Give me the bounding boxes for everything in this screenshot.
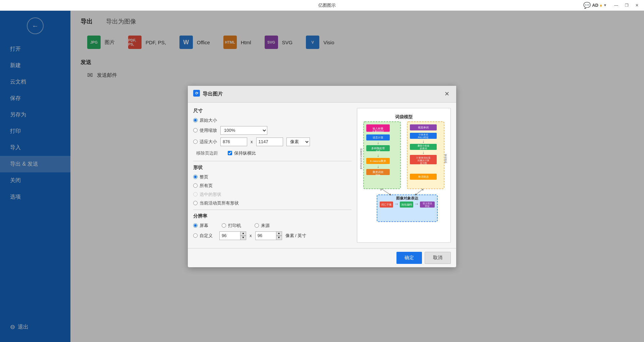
svg-text:特征: 特征 [376, 174, 380, 176]
size-fit-radio[interactable] [193, 139, 198, 144]
size-zoom-option[interactable]: 使用缩放 [193, 127, 217, 133]
preview-panel: 词袋模型 输入标量 向量化特征 语言计算 ↓ 多种预处理 方式 [357, 108, 451, 243]
chat-icon: 💬 [583, 2, 591, 9]
svg-text:单词筛选: 单词筛选 [418, 175, 429, 178]
modal-title-icon: ⟳ [193, 90, 200, 98]
svg-text:↓: ↓ [422, 139, 424, 144]
svg-text:→: → [414, 201, 419, 207]
svg-text:↓: ↓ [377, 153, 379, 158]
modal-title-area: ⟳ 导出图片 [193, 90, 223, 98]
custom-unit-label: 像素 / 英寸 [285, 233, 307, 239]
margin-ratio-row: 移除页边距 保持纵横比 [193, 149, 352, 158]
fit-unit-select[interactable]: 像素 [286, 137, 310, 146]
window-controls: — ❐ ✕ [612, 2, 641, 8]
svg-text:方式: 方式 [376, 150, 380, 152]
svg-text:↓: ↓ [377, 164, 379, 169]
size-zoom-radio[interactable] [193, 128, 198, 132]
shape-activepage-row: 当前活动页所有形状 [193, 200, 352, 206]
shape-fullpage-option[interactable]: 整页 [193, 174, 208, 180]
resolution-screen-radio[interactable] [193, 223, 198, 228]
size-fit-option[interactable]: 适应大小 [193, 139, 217, 145]
resolution-custom-radio[interactable] [193, 233, 198, 238]
svg-text:ReLU特征: ReLU特征 [418, 136, 429, 138]
svg-text:↘: ↘ [421, 187, 424, 191]
zoom-select[interactable]: 100% [220, 126, 267, 135]
shape-allpages-option[interactable]: 所有页 [193, 183, 213, 189]
y-decrement-button[interactable]: ▼ [276, 236, 282, 240]
svg-text:池化编码: 池化编码 [401, 203, 412, 206]
svg-text:词汇子集: 词汇子集 [381, 203, 392, 206]
svg-text:计算单词: 计算单词 [419, 133, 428, 136]
svg-text:视觉单词: 视觉单词 [418, 126, 429, 129]
svg-text:图像对象表达: 图像对象表达 [396, 196, 419, 200]
restore-button[interactable]: ❐ [623, 2, 631, 8]
shape-fullpage-radio[interactable] [193, 175, 198, 179]
modal-footer: 确定 取消 [188, 248, 456, 267]
svg-text:特征: 特征 [425, 205, 430, 207]
y-spinner-btns: ▲ ▼ [276, 231, 282, 240]
svg-text:↓: ↓ [422, 150, 424, 155]
size-fit-row: 适应大小 x 像素 [193, 137, 352, 146]
svg-text:计算单词出现: 计算单词出现 [416, 157, 430, 159]
x-increment-button[interactable]: ▲ [240, 231, 246, 236]
minimize-button[interactable]: — [612, 2, 620, 8]
resolution-printer-radio[interactable] [222, 223, 226, 228]
fit-height-input[interactable] [256, 137, 283, 146]
modal-close-button[interactable]: ✕ [443, 90, 451, 98]
svg-text:语义语法: 语义语法 [423, 202, 432, 205]
svg-text:直方图: 直方图 [420, 162, 427, 164]
keep-ratio-input[interactable] [228, 151, 232, 155]
export-image-modal: ⟳ 导出图片 ✕ 尺寸 原始大小 [188, 86, 456, 267]
cancel-button[interactable]: 取消 [425, 252, 451, 264]
svg-text:多特征语言词袋模型: 多特征语言词袋模型 [360, 148, 362, 169]
svg-text:聚类词袋: 聚类词袋 [373, 171, 383, 174]
svg-text:的频次计算: 的频次计算 [418, 159, 429, 162]
shape-allpages-row: 所有页 [193, 183, 352, 189]
modal-body: 尺寸 原始大小 使用缩放 100% [188, 103, 456, 248]
resolution-custom-option[interactable]: 自定义 [193, 233, 213, 239]
svg-text:→: → [394, 201, 399, 207]
y-increment-button[interactable]: ▲ [276, 231, 282, 236]
svg-text:↙: ↙ [380, 187, 383, 191]
svg-text:语言计算: 语言计算 [373, 136, 383, 139]
close-button[interactable]: ✕ [633, 2, 641, 8]
confirm-button[interactable]: 确定 [396, 252, 422, 264]
remove-margin-button[interactable]: 移除页边距 [193, 149, 221, 158]
svg-line-50 [381, 189, 390, 195]
resolution-source-option[interactable]: 来源 [255, 223, 270, 229]
title-bar: 亿图图示 💬 AD ♦ ▼ — ❐ ✕ [0, 0, 644, 11]
resolution-custom-row: 自定义 ▲ ▼ x ▲ ▼ [193, 231, 352, 240]
ad-label: AD [592, 3, 598, 8]
x-spinner-btns: ▲ ▼ [240, 231, 246, 240]
x-decrement-button[interactable]: ▼ [240, 236, 246, 240]
svg-text:单词筛选: 单词筛选 [444, 154, 447, 163]
svg-text:多种预处理: 多种预处理 [371, 147, 385, 150]
svg-text:↓: ↓ [377, 140, 379, 145]
size-original-option[interactable]: 原始大小 [193, 117, 217, 123]
modal-overlay: ⟳ 导出图片 ✕ 尺寸 原始大小 [0, 11, 644, 342]
crown-icon: ♦ [600, 3, 602, 8]
shape-activepage-radio[interactable] [193, 201, 198, 205]
keep-ratio-checkbox[interactable]: 保持纵横比 [228, 150, 256, 156]
svg-text:向量化特征: 向量化特征 [372, 130, 384, 132]
resolution-screen-option[interactable]: 屏幕 [193, 223, 208, 229]
size-original-radio[interactable] [193, 118, 198, 122]
modal-header: ⟳ 导出图片 ✕ [188, 86, 456, 103]
resolution-printer-option[interactable]: 打印机 [222, 223, 241, 229]
size-section-title: 尺寸 [193, 108, 352, 114]
svg-text:删除小权值: 删除小权值 [418, 145, 429, 147]
resolution-section-title: 分辨率 [193, 213, 352, 219]
resolution-options-row: 屏幕 打印机 来源 [193, 223, 352, 229]
shape-allpages-radio[interactable] [193, 183, 198, 188]
svg-text:输入标量: 输入标量 [373, 127, 383, 130]
shape-selected-option: 选中的形状 [193, 191, 221, 197]
custom-y-spinner: ▲ ▼ [255, 231, 282, 240]
svg-text:词袋模型: 词袋模型 [395, 114, 413, 119]
dropdown-arrow[interactable]: ▼ [603, 3, 607, 7]
app-title: 亿图图示 [70, 2, 583, 8]
shape-fullpage-row: 整页 [193, 174, 352, 180]
resolution-source-radio[interactable] [255, 223, 259, 228]
fit-width-input[interactable] [220, 137, 247, 146]
shape-activepage-option[interactable]: 当前活动页所有形状 [193, 200, 239, 206]
modal-form: 尺寸 原始大小 使用缩放 100% [193, 108, 352, 243]
